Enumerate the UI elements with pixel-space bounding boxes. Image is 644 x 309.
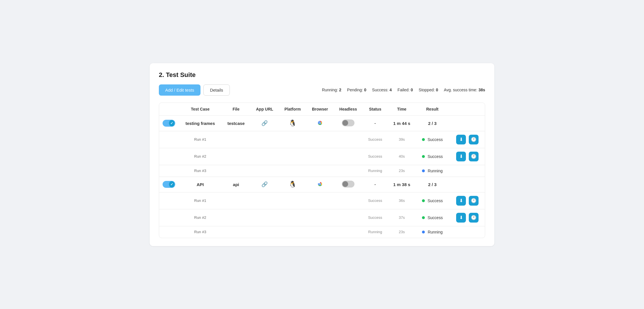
clock-button[interactable]: 🕐 [469, 196, 479, 206]
toggle-cell: ✓ [159, 177, 179, 192]
download-button[interactable]: ⬇ [456, 196, 466, 206]
run-label: Run #1 [179, 131, 222, 148]
result-dot-success [422, 199, 425, 202]
run-result: Success [416, 192, 449, 209]
run-label: Run #2 [179, 148, 222, 165]
run-actions [449, 226, 485, 238]
test-suite-card: 2. Test Suite Add / Edit tests Details R… [150, 63, 494, 246]
table-header-row: Test Case File App URL Platform Browser … [159, 103, 485, 116]
download-button[interactable]: ⬇ [456, 135, 466, 144]
platform-cell: 🐧 [279, 115, 306, 131]
link-icon[interactable]: 🔗 [261, 120, 268, 126]
result-cell: 2 / 3 [416, 177, 449, 192]
run-actions [449, 165, 485, 177]
headless-knob [342, 120, 348, 126]
check-circle: ✓ [169, 181, 175, 188]
table-row: ✓ testing frames testcase 🔗 🐧 [159, 115, 485, 131]
check-circle: ✓ [169, 120, 175, 126]
stats-bar: Running: 2 Pending: 0 Success: 4 Failed:… [322, 88, 485, 92]
clock-button[interactable]: 🕐 [469, 135, 479, 144]
run-time: 23s [387, 226, 416, 238]
headless-knob [342, 181, 348, 187]
run-result: Running [416, 165, 449, 177]
result-dot-success [422, 138, 425, 141]
test-case-name: API [179, 177, 222, 192]
svg-point-8 [319, 183, 321, 185]
app-url-cell: 🔗 [250, 115, 279, 131]
avg-stat: Avg. success time: 38s [444, 88, 485, 92]
run-time: 23s [387, 165, 416, 177]
result-dot-success [422, 155, 425, 158]
enabled-toggle[interactable]: ✓ [163, 181, 175, 188]
link-icon[interactable]: 🔗 [261, 181, 268, 187]
run-result: Running [416, 226, 449, 238]
run-time: 40s [387, 148, 416, 165]
add-edit-tests-button[interactable]: Add / Edit tests [159, 84, 200, 96]
run-time: 37s [387, 209, 416, 226]
linux-icon: 🐧 [289, 119, 296, 127]
result-cell: 2 / 3 [416, 115, 449, 131]
linux-icon: 🐧 [289, 181, 296, 188]
col-result: Result [416, 103, 449, 116]
run-status: Running [363, 165, 388, 177]
test-file: testcase [222, 115, 250, 131]
clock-button[interactable]: 🕐 [469, 152, 479, 161]
toggle-cell: ✓ [159, 115, 179, 131]
toolbar-left: Add / Edit tests Details [159, 84, 230, 96]
status-cell: - [363, 115, 388, 131]
run-time: 39s [387, 131, 416, 148]
run-status: Success [363, 209, 388, 226]
run-actions: ⬇ 🕐 [449, 192, 485, 209]
result-dot-success [422, 216, 425, 219]
status-cell: - [363, 177, 388, 192]
result-label: Success [428, 137, 443, 142]
result-dot-running [422, 169, 425, 172]
actions-cell [449, 115, 485, 131]
table-row: ✓ API api 🔗 🐧 [159, 177, 485, 192]
chrome-icon [316, 119, 324, 127]
download-button[interactable]: ⬇ [456, 213, 466, 223]
headless-cell [333, 115, 363, 131]
toggle-knob: ✓ [169, 181, 175, 187]
run-result: Success [416, 131, 449, 148]
details-button[interactable]: Details [203, 84, 230, 96]
browser-cell [306, 115, 334, 131]
run-label: Run #2 [179, 209, 222, 226]
result-label: Running [428, 230, 443, 234]
clock-button[interactable]: 🕐 [469, 213, 479, 223]
run-status: Running [363, 226, 388, 238]
toggle-container: ✓ [163, 181, 175, 188]
enabled-toggle[interactable]: ✓ [163, 120, 175, 127]
table-row: Run #2 Success 40s Success ⬇ 🕐 [159, 148, 485, 165]
run-actions: ⬇ 🕐 [449, 131, 485, 148]
actions-cell [449, 177, 485, 192]
result-dot-running [422, 231, 425, 233]
test-case-name: testing frames [179, 115, 222, 131]
run-actions: ⬇ 🕐 [449, 148, 485, 165]
col-status: Status [363, 103, 388, 116]
browser-cell [306, 177, 334, 192]
headless-toggle[interactable] [342, 181, 354, 188]
table-row: Run #1 Success 36s Success ⬇ 🕐 [159, 192, 485, 209]
col-app-url: App URL [250, 103, 279, 116]
running-stat: Running: 2 [322, 88, 342, 92]
run-label: Run #1 [179, 192, 222, 209]
time-cell: 1 m 38 s [387, 177, 416, 192]
table-row: Run #1 Success 39s Success ⬇ 🕐 [159, 131, 485, 148]
run-actions: ⬇ 🕐 [449, 209, 485, 226]
col-toggle [159, 103, 179, 116]
app-url-cell: 🔗 [250, 177, 279, 192]
col-browser: Browser [306, 103, 334, 116]
run-label: Run #3 [179, 226, 222, 238]
test-table: Test Case File App URL Platform Browser … [159, 103, 485, 238]
headless-toggle[interactable] [342, 119, 354, 126]
platform-cell: 🐧 [279, 177, 306, 192]
download-button[interactable]: ⬇ [456, 152, 466, 161]
result-label: Running [428, 169, 443, 173]
run-status: Success [363, 131, 388, 148]
failed-stat: Failed: 0 [398, 88, 413, 92]
result-label: Success [428, 198, 443, 203]
headless-cell [333, 177, 363, 192]
stopped-stat: Stopped: 0 [419, 88, 438, 92]
table-row: Run #3 Running 23s Running [159, 165, 485, 177]
